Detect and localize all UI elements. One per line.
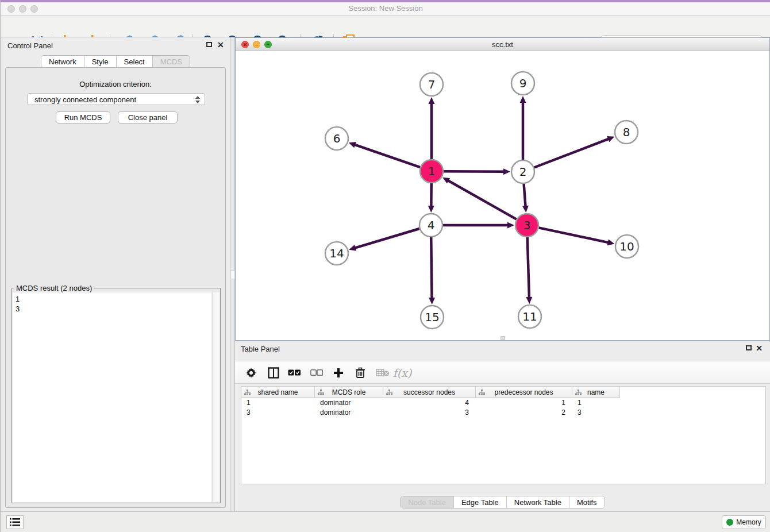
node-label-8: 8 (623, 125, 630, 139)
delete-column-icon[interactable] (353, 365, 368, 380)
table-body: 1dominator4113dominator323 (241, 398, 765, 418)
run-mcds-button[interactable]: Run MCDS (56, 111, 110, 124)
arrowhead-1-6 (349, 142, 356, 148)
select-stepper-icon (195, 95, 201, 104)
cell[interactable]: 1 (476, 398, 572, 408)
node-label-3: 3 (523, 218, 531, 232)
column-header-shared-name[interactable]: shared name (241, 387, 315, 398)
edge-1-2[interactable] (444, 171, 505, 172)
tab-mcds[interactable]: MCDS (152, 56, 190, 67)
function-builder-icon: f(x) (395, 365, 410, 380)
title-bar: Session: New Session (1, 0, 770, 16)
arrowhead-3-11 (526, 297, 532, 304)
network-window-titlebar[interactable]: ✕ – + scc.txt (236, 38, 769, 51)
node-label-9: 9 (519, 76, 527, 90)
column-header-name[interactable]: name (572, 387, 620, 398)
table-panel-tabs: Node TableEdge TableNetwork TableMotifs (400, 496, 605, 508)
criterion-select[interactable]: strongly connected component (27, 93, 205, 105)
control-panel-title: Control Panel (7, 41, 53, 50)
tab-style[interactable]: Style (84, 56, 116, 67)
table-panel-title: Table Panel (241, 345, 280, 353)
mcds-result-title: MCDS result (2 nodes) (14, 284, 94, 292)
node-label-10: 10 (619, 240, 634, 253)
mcds-panel: Optimization criterion: strongly connect… (5, 67, 226, 508)
select-all-icon[interactable] (287, 365, 302, 380)
task-history-button[interactable] (6, 515, 24, 529)
edge-3-1[interactable] (448, 180, 517, 219)
arrowhead-2-3 (522, 206, 529, 213)
node-label-15: 15 (425, 310, 439, 324)
edge-1-6[interactable] (354, 144, 420, 167)
node-label-11: 11 (522, 310, 537, 323)
arrowhead-1-7 (429, 97, 435, 104)
mcds-result-list[interactable]: 1 3 (13, 292, 211, 502)
mcds-result-box: MCDS result (2 nodes) 1 3 (11, 288, 221, 503)
cell[interactable]: 3 (241, 408, 315, 418)
arrowhead-4-15 (429, 298, 435, 304)
cell[interactable]: 1 (572, 398, 620, 408)
main-toolbar (1, 16, 770, 37)
control-panel: Control Panel ✕ NetworkStyleSelectMCDS O… (1, 37, 230, 511)
result-scrollbar[interactable] (212, 292, 220, 502)
optimization-criterion-label: Optimization criterion: (6, 80, 225, 88)
status-bar: Memory (1, 511, 770, 532)
control-panel-tabs: NetworkStyleSelectMCDS (41, 55, 190, 68)
window-title: Session: New Session (1, 4, 770, 13)
column-header-MCDS-role[interactable]: MCDS role (315, 387, 383, 398)
edge-3-11[interactable] (528, 237, 529, 298)
memory-label: Memory (736, 518, 761, 526)
tab-motifs[interactable]: Motifs (569, 496, 605, 508)
edge-2-3[interactable] (524, 184, 526, 207)
cell[interactable]: 3 (572, 408, 620, 418)
edge-4-15[interactable] (431, 237, 432, 299)
cell[interactable]: 2 (476, 408, 572, 418)
arrowhead-2-8 (607, 136, 614, 142)
cell[interactable]: dominator (315, 398, 383, 408)
network-canvas[interactable]: 1234678910111415 (236, 51, 769, 340)
tab-network-table[interactable]: Network Table (506, 496, 569, 508)
network-window-title: scc.txt (236, 40, 769, 49)
close-panel-button[interactable]: Close panel (118, 111, 178, 124)
column-header-successor-nodes[interactable]: successor nodes (383, 387, 476, 398)
delete-table-icon (375, 365, 390, 380)
arrowhead-3-10 (607, 240, 615, 246)
tab-select[interactable]: Select (116, 56, 152, 67)
cell[interactable]: 1 (241, 398, 315, 408)
cell[interactable]: dominator (315, 408, 383, 418)
tab-node-table[interactable]: Node Table (401, 496, 453, 508)
splitter-handle[interactable] (230, 270, 235, 279)
table-row[interactable]: 3dominator323 (241, 408, 765, 418)
gear-icon[interactable] (244, 365, 259, 380)
node-label-2: 2 (519, 165, 527, 179)
cell[interactable]: 4 (383, 398, 476, 408)
arrowhead-2-9 (520, 96, 526, 103)
arrowhead-4-3 (507, 222, 514, 229)
column-header-predecessor-nodes[interactable]: predecessor nodes (476, 387, 572, 398)
edge-2-8[interactable] (534, 138, 610, 167)
network-view-window: ✕ – + scc.txt 1234678910111415 (235, 37, 770, 341)
float-table-panel-icon[interactable] (746, 345, 752, 350)
node-label-1: 1 (428, 164, 436, 178)
node-label-6: 6 (333, 132, 341, 145)
node-label-4: 4 (428, 218, 435, 232)
arrowhead-1-4 (428, 206, 434, 213)
table-row[interactable]: 1dominator411 (241, 398, 765, 408)
split-columns-icon[interactable] (266, 365, 281, 380)
node-table[interactable]: shared nameMCDS rolesuccessor nodesprede… (241, 386, 766, 484)
network-resize-handle[interactable] (500, 336, 505, 340)
close-table-panel-icon[interactable]: ✕ (756, 345, 763, 352)
add-column-icon[interactable] (331, 365, 346, 380)
arrowhead-1-2 (503, 168, 510, 175)
tab-network[interactable]: Network (41, 56, 84, 67)
close-panel-icon[interactable]: ✕ (217, 41, 224, 48)
table-header-row: shared nameMCDS rolesuccessor nodesprede… (241, 387, 620, 398)
edge-4-14[interactable] (355, 229, 419, 248)
tab-edge-table[interactable]: Edge Table (453, 496, 506, 508)
memory-status-icon (726, 519, 733, 526)
list-icon (10, 518, 20, 526)
deselect-all-icon[interactable] (309, 365, 324, 380)
edge-3-10[interactable] (539, 228, 609, 242)
float-panel-icon[interactable] (206, 42, 212, 47)
cell[interactable]: 3 (383, 408, 476, 418)
memory-button[interactable]: Memory (722, 515, 766, 529)
